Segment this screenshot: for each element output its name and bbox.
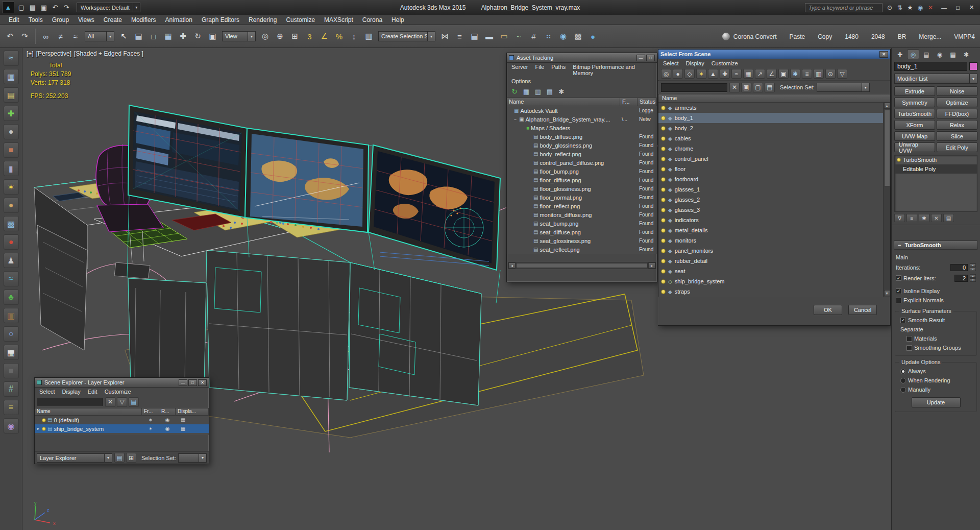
iterations-field[interactable]: 0 — [950, 264, 968, 271]
explicit-normals-checkbox[interactable] — [896, 298, 901, 303]
display-frozen-icon[interactable]: ✱ — [790, 69, 800, 79]
scene-object-row[interactable]: ◆ control_panel — [658, 154, 890, 164]
render-setup-icon[interactable]: ◉ — [556, 30, 570, 43]
renderable-toggle-icon[interactable]: ◉ — [159, 417, 176, 423]
select-from-scene-menu-item[interactable]: Display — [682, 60, 708, 67]
scene-object-row[interactable]: ◆ chrome — [658, 143, 890, 154]
asset-row[interactable]: ▤ body_diffuse.png Found — [507, 132, 657, 141]
display-all-icon[interactable]: ◎ — [661, 69, 671, 79]
asset-row[interactable]: − ▣ Alphatron_Bridge_System_vray.... \..… — [507, 115, 657, 124]
display-shapes-icon[interactable]: ◇ — [684, 69, 695, 79]
scene-object-row[interactable]: ◆ metal_details — [658, 225, 890, 235]
maximize-button[interactable]: □ — [951, 3, 964, 12]
column-view-icon[interactable]: ▥ — [533, 87, 543, 96]
display-bones-icon[interactable]: ∠ — [767, 69, 777, 79]
cylinder-tool-icon[interactable]: ▮ — [4, 161, 19, 176]
selection-filter-dropdown[interactable]: All ▾ — [85, 31, 114, 41]
menubar-item[interactable]: Modifiers — [127, 16, 161, 23]
modifier-button[interactable]: FFD(box) — [937, 109, 977, 118]
table-view-icon[interactable]: ▦ — [522, 87, 531, 96]
list-view-icon[interactable]: ≡ — [802, 69, 812, 79]
modifier-button[interactable]: Unwrap UVW — [894, 142, 935, 152]
asset-row[interactable]: ▤ seat_reflect.png Found — [507, 245, 657, 254]
schematic-view-icon[interactable]: # — [527, 30, 541, 43]
wood-material-icon[interactable]: ▥ — [4, 308, 19, 323]
layer-search-input[interactable] — [37, 398, 103, 406]
named-selection-sets-dropdown[interactable]: Create Selection Se ▾ — [378, 31, 435, 41]
asset-row[interactable]: ▤ body_reflect.png Found — [507, 150, 657, 158]
angle-snap-icon[interactable]: ∠ — [317, 30, 331, 43]
redo-icon[interactable]: ↷ — [61, 3, 71, 13]
asset-row[interactable]: ▦ Autodesk Vault Logge — [507, 106, 657, 115]
display-containers-icon[interactable]: ▣ — [778, 69, 789, 79]
exchange-icon[interactable]: ⇅ — [895, 3, 904, 12]
scene-explorer-menu-item[interactable]: Edit — [84, 388, 101, 395]
reference-coordinate-dropdown[interactable]: View ▾ — [222, 31, 256, 41]
light-bulb-icon[interactable] — [42, 418, 46, 422]
red-material-icon[interactable]: ● — [4, 234, 19, 250]
script-tool-icon[interactable]: ▤ — [4, 87, 19, 103]
checker-map-icon[interactable]: ▩ — [4, 216, 19, 231]
asset-row[interactable]: ▤ seat_bump.png Found — [507, 219, 657, 228]
scene-object-row[interactable]: ◆ body_1 — [658, 113, 890, 123]
remove-modifier-icon[interactable]: ✕ — [931, 214, 942, 222]
toolbar-text-button[interactable]: 1480 — [845, 33, 859, 40]
display-tab[interactable]: ▦ — [947, 50, 959, 59]
light-bulb-icon[interactable] — [661, 228, 666, 233]
minimize-button[interactable]: — — [636, 55, 645, 61]
modifier-button[interactable]: Noise — [937, 86, 977, 96]
mirror-icon[interactable]: ⋈ — [438, 30, 452, 43]
always-radio[interactable] — [900, 369, 906, 374]
infocenter-search-input[interactable] — [805, 3, 883, 12]
menubar-item[interactable]: Help — [387, 16, 409, 23]
select-from-scene-menu-item[interactable]: Select — [659, 60, 682, 67]
light-tool-icon[interactable]: ✶ — [4, 179, 19, 195]
minimize-button[interactable]: — — [179, 379, 187, 386]
scene-explorer-icon[interactable]: ▤ — [468, 30, 481, 43]
layers-tool-icon[interactable]: ≡ — [4, 400, 19, 415]
select-children-icon[interactable]: ▢ — [753, 83, 763, 92]
menubar-item[interactable]: Views — [74, 16, 99, 23]
toolbar-text-button[interactable]: Paste — [790, 33, 805, 40]
scene-object-row[interactable]: ◆ straps — [658, 286, 890, 297]
close-icon[interactable]: ✕ — [879, 51, 888, 58]
light-bulb-icon[interactable] — [42, 427, 46, 431]
asset-tracking-menu-item[interactable]: File — [531, 63, 548, 77]
stack-item-editable-poly[interactable]: Editable Poly — [895, 164, 977, 174]
expand-icon[interactable]: ▸ — [36, 426, 40, 431]
select-from-scene-menu-item[interactable]: Customize — [708, 60, 742, 67]
display-geometry-icon[interactable]: ● — [673, 69, 683, 79]
light-bulb-icon[interactable] — [661, 218, 666, 223]
modifier-button[interactable]: XForm — [894, 120, 935, 130]
ripple-tool-icon[interactable]: ≈ — [4, 51, 19, 66]
scene-object-row[interactable]: ◆ rubber_detail — [658, 256, 890, 266]
asset-row[interactable]: ▤ floor_diffuse.png Found — [507, 176, 657, 184]
named-selection-sets-icon[interactable]: ▥ — [362, 30, 376, 43]
sphere-tool-icon[interactable]: ● — [4, 124, 19, 139]
asset-row[interactable]: ▤ seat_glossiness.png Found — [507, 236, 657, 245]
modifier-button[interactable]: Slice — [937, 131, 977, 141]
renderable-toggle-icon[interactable]: ◉ — [159, 426, 176, 431]
create-tab[interactable]: ✚ — [894, 50, 906, 59]
menubar-item[interactable]: Edit — [4, 16, 24, 23]
infocenter-close-icon[interactable]: ✕ — [926, 3, 935, 12]
modifier-button[interactable]: TurboSmooth — [894, 109, 935, 118]
light-bulb-icon[interactable] — [661, 177, 666, 182]
scene-object-row[interactable]: ◆ footboard — [658, 174, 890, 184]
light-bulb-icon[interactable] — [661, 167, 666, 172]
display-lights-icon[interactable]: ✶ — [696, 69, 706, 79]
select-by-name-icon[interactable]: ▤ — [132, 30, 145, 43]
undo-icon[interactable]: ↶ — [50, 3, 60, 13]
scroll-right-icon[interactable]: ▸ — [648, 262, 655, 269]
asset-tracking-titlebar[interactable]: Asset Tracking —□ — [507, 53, 657, 63]
display-toggle-icon[interactable]: ▦ — [176, 426, 209, 431]
light-bulb-icon[interactable] — [661, 269, 666, 274]
asset-tracking-menu-item[interactable]: Options — [508, 78, 534, 85]
menubar-item[interactable]: Customize — [281, 16, 320, 23]
grid-tool-icon[interactable]: # — [4, 381, 19, 397]
asset-row[interactable]: ▤ floor_glossiness.png Found — [507, 184, 657, 193]
scene-explorer-titlebar[interactable]: Scene Explorer - Layer Explorer —□✕ — [35, 378, 209, 388]
toolbar-text-button[interactable]: Merge... — [919, 33, 941, 40]
scene-object-row[interactable]: ◆ glasses_1 — [658, 184, 890, 195]
select-and-link-icon[interactable]: ∞ — [39, 30, 53, 43]
